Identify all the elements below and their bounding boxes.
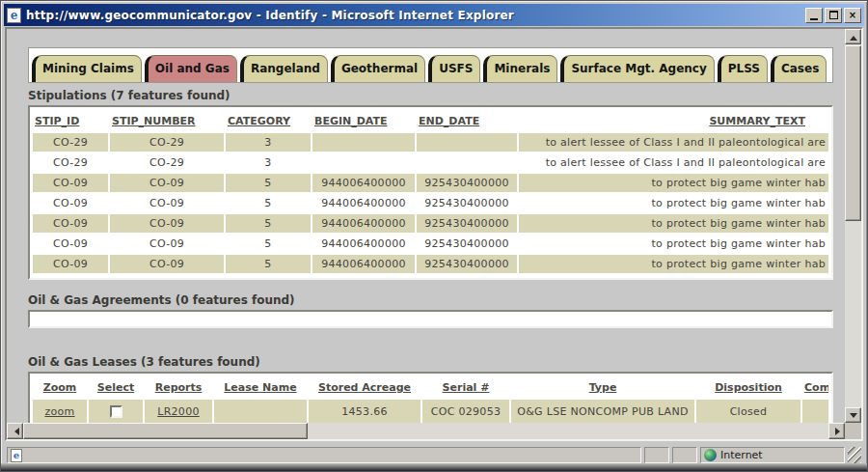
page-viewport: Mining ClaimsOil and GasRangelandGeother… [7,29,845,423]
lease-serial-cell: COC 029053 [422,400,509,423]
leases-title: Oil & Gas Leases (3 features found) [28,355,833,369]
stip-cell: CO-29 [110,153,224,172]
tab-oil-and-gas[interactable]: Oil and Gas [145,55,237,82]
stip-cell: to protect big game winter hab [519,174,828,192]
lease-column-header[interactable]: Reports [145,376,212,398]
stip-row: CO-29CO-293to alert lessee of Class I an… [33,153,828,172]
window-controls: × [805,8,861,23]
agreements-empty-box [28,310,833,328]
lease-disposition-cell: Closed [696,400,800,423]
maximize-button[interactable] [825,8,842,23]
lease-column-header[interactable]: Lease Name [214,376,307,398]
lease-column-header[interactable]: Disposition [696,376,800,398]
stip-cell: 925430400000 [417,214,517,233]
stip-column-header[interactable]: CATEGORY [226,110,311,131]
tab-plss[interactable]: PLSS [718,55,768,82]
stip-column-header[interactable]: END_DATE [417,110,517,131]
stip-cell: 944006400000 [312,214,415,233]
stip-cell [312,153,415,172]
lease-column-header[interactable]: Type [511,376,694,398]
stip-cell: CO-09 [33,255,108,273]
stip-cell: CO-09 [33,174,108,192]
stip-cell: 5 [226,255,311,273]
stip-cell: CO-29 [33,133,108,152]
tab-minerals[interactable]: Minerals [483,55,557,82]
reports-link[interactable]: LR2000 [157,405,200,418]
lease-column-header[interactable]: Stored Acreage [309,376,420,398]
stip-column-header[interactable]: SUMMARY_TEXT [519,110,828,131]
stipulations-header-row: STIP_IDSTIP_NUMBERCATEGORYBEGIN_DATEEND_… [33,110,828,131]
select-checkbox[interactable] [110,405,122,418]
globe-icon [704,449,717,461]
close-button[interactable]: × [844,8,861,23]
horizontal-scrollbar-thumb[interactable] [23,423,308,439]
stip-cell: CO-09 [110,255,224,273]
stip-cell: to alert lessee of Class I and II paleon… [519,133,828,152]
window-title: http://www.geocommunicator.gov - Identif… [26,9,800,22]
stip-cell [417,153,517,172]
stip-row: CO-09CO-095944006400000925430400000to pr… [33,235,828,253]
stip-cell: CO-09 [110,214,224,233]
arrow-right-icon [835,428,844,435]
stip-cell: 925430400000 [417,235,517,253]
stip-cell: CO-09 [110,174,224,192]
title-bar[interactable]: e http://www.geocommunicator.gov - Ident… [4,4,864,26]
leases-panel: ZoomSelectReportsLease NameStored Acreag… [28,372,833,423]
resize-grip[interactable] [848,447,861,463]
internet-zone-label: Internet [720,449,763,461]
stipulations-panel: STIP_IDSTIP_NUMBERCATEGORYBEGIN_DATEEND_… [28,105,833,280]
lease-column-header[interactable]: Select [89,376,143,398]
arrow-up-icon [850,32,857,41]
ie-icon: e [7,8,21,23]
stipulations-body: CO-29CO-293to alert lessee of Class I an… [33,133,828,273]
status-bar: e Internet [5,445,863,465]
stip-cell: to protect big game winter hab [519,255,828,273]
zoom-link[interactable]: zoom [44,405,74,418]
vertical-scrollbar[interactable] [845,29,861,423]
stip-cell: CO-09 [110,235,224,253]
leases-header-row: ZoomSelectReportsLease NameStored Acreag… [33,376,828,398]
lease-column-header[interactable]: Zoom [33,376,87,398]
content-frame: Mining ClaimsOil and GasRangelandGeother… [5,27,863,441]
leases-body: zoomLR20001453.66COC 029053O&G LSE NONCO… [33,400,828,423]
stip-cell: 5 [226,235,311,253]
tab-geothermal[interactable]: Geothermal [331,55,425,82]
stip-cell: 944006400000 [312,255,415,273]
stip-column-header[interactable]: STIP_NUMBER [110,110,224,131]
stip-row: CO-09CO-095944006400000925430400000to pr… [33,174,828,192]
status-main-panel: e [7,447,641,463]
arrow-down-icon [850,413,857,422]
stip-cell: to alert lessee of Class I and II paleon… [519,153,828,172]
tab-rangeland[interactable]: Rangeland [240,55,328,82]
tab-usfs[interactable]: USFS [428,55,480,82]
scroll-down-button[interactable] [845,407,861,423]
ie-page-icon: e [11,449,22,462]
tab-mining-claims[interactable]: Mining Claims [32,55,142,82]
stip-column-header[interactable]: BEGIN_DATE [312,110,415,131]
lease-row: zoomLR20001453.66COC 029053O&G LSE NONCO… [33,400,828,423]
stip-row: CO-09CO-095944006400000925430400000to pr… [33,214,828,233]
horizontal-scrollbar[interactable] [7,423,845,439]
scroll-up-button[interactable] [845,29,861,44]
lease-select-cell [89,400,143,423]
minimize-button[interactable] [805,8,823,23]
minimize-icon [810,18,818,20]
status-panel-2 [672,447,697,463]
stip-cell: 925430400000 [417,194,517,212]
stip-cell: 3 [226,133,311,152]
lease-column-header[interactable]: Comm [802,376,828,398]
stip-cell: 925430400000 [417,255,517,273]
lease-column-header[interactable]: Serial # [422,376,509,398]
scroll-left-button[interactable] [7,423,23,439]
stip-row: CO-09CO-095944006400000925430400000to pr… [33,194,828,212]
stip-column-header[interactable]: STIP_ID [33,110,108,131]
scroll-right-button[interactable] [828,423,845,439]
stip-cell: CO-09 [110,194,224,212]
tab-surface-mgt-agency[interactable]: Surface Mgt. Agency [560,55,714,82]
stip-cell: 944006400000 [312,174,415,192]
tab-band: Mining ClaimsOil and GasRangelandGeother… [28,47,833,83]
status-zone-panel: Internet [700,447,845,463]
tab-cases[interactable]: Cases [771,55,827,82]
vertical-scrollbar-thumb[interactable] [845,45,861,221]
lease-type-cell: O&G LSE NONCOMP PUB LAND [511,400,694,423]
